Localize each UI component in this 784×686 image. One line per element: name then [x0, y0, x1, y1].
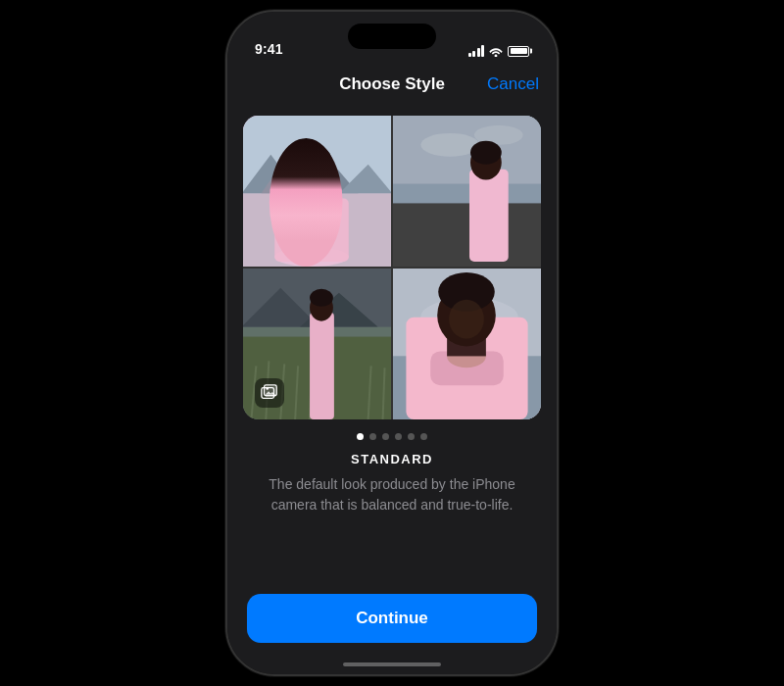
photo-cell-1	[243, 116, 391, 267]
signal-bars-icon	[468, 45, 485, 57]
content-area: STANDARD The default look produced by th…	[227, 106, 557, 674]
svg-point-38	[266, 387, 269, 390]
photo-cell-3	[243, 269, 391, 419]
dot-5	[408, 433, 415, 440]
svg-point-10	[292, 151, 331, 194]
dot-3	[382, 433, 389, 440]
svg-rect-32	[310, 313, 334, 419]
gallery-icon-container	[255, 378, 284, 408]
status-icons	[468, 45, 530, 57]
svg-point-34	[310, 289, 333, 307]
photo-cell-4	[393, 269, 541, 419]
battery-icon	[508, 46, 529, 57]
dynamic-island	[348, 24, 436, 49]
continue-button[interactable]: Continue	[247, 594, 537, 643]
nav-title: Choose Style	[339, 74, 445, 94]
dot-2	[369, 433, 376, 440]
home-indicator	[343, 662, 441, 666]
svg-rect-9	[302, 179, 321, 201]
svg-point-19	[470, 141, 502, 165]
status-time: 9:41	[255, 41, 283, 57]
continue-button-label: Continue	[356, 609, 428, 628]
svg-rect-17	[469, 170, 509, 262]
svg-rect-8	[274, 198, 349, 262]
dot-1	[357, 433, 364, 440]
wifi-icon	[489, 46, 503, 57]
nav-bar: Choose Style Cancel	[227, 63, 557, 106]
phone-frame: 9:41 Choose Style Cancel	[225, 10, 559, 676]
svg-point-11	[292, 145, 331, 172]
svg-rect-16	[393, 203, 541, 267]
svg-rect-6	[243, 193, 391, 267]
dot-4	[395, 433, 402, 440]
style-name: STANDARD	[227, 452, 557, 466]
gallery-icon	[261, 384, 278, 402]
style-description: The default look produced by the iPhone …	[227, 474, 557, 515]
photo-cell-2	[393, 116, 541, 267]
cancel-button[interactable]: Cancel	[487, 74, 539, 94]
svg-point-14	[420, 133, 479, 157]
screen: 9:41 Choose Style Cancel	[227, 12, 557, 674]
photo-grid	[243, 116, 541, 419]
page-dots	[227, 433, 557, 440]
dot-6	[420, 433, 427, 440]
svg-point-50	[449, 300, 484, 339]
